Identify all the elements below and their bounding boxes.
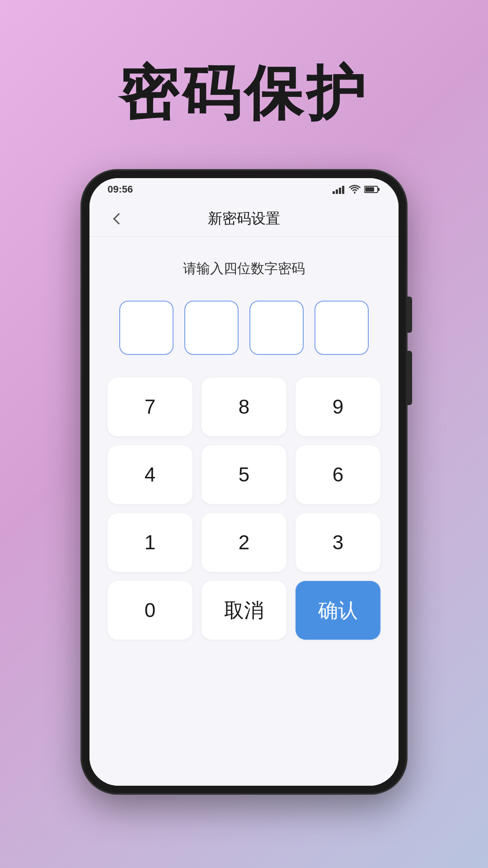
key-8[interactable]: 8 [202,377,286,436]
status-icons [333,185,380,194]
svg-rect-5 [378,188,380,191]
key-1[interactable]: 1 [108,513,192,572]
phone-frame: 09:56 [81,170,407,794]
svg-rect-0 [333,191,335,194]
instruction-text: 请输入四位数字密码 [183,259,305,278]
numpad-row-4: 0 取消 确认 [108,581,380,640]
key-9[interactable]: 9 [296,377,380,436]
key-2[interactable]: 2 [202,513,286,572]
battery-icon [364,185,380,193]
numpad-row-3: 1 2 3 [108,513,380,572]
key-6[interactable]: 6 [296,445,380,504]
key-0[interactable]: 0 [108,581,192,640]
numpad-row-2: 4 5 6 [108,445,380,504]
pin-box-4[interactable] [314,301,369,355]
signal-icon [333,185,345,194]
svg-rect-6 [365,187,374,192]
back-chevron-icon [113,213,124,224]
status-bar: 09:56 [89,178,399,201]
cancel-button[interactable]: 取消 [202,581,286,640]
confirm-button[interactable]: 确认 [296,581,380,640]
svg-rect-2 [339,188,341,194]
status-time: 09:56 [108,184,133,195]
pin-box-2[interactable] [184,301,239,355]
key-3[interactable]: 3 [296,513,380,572]
pin-box-3[interactable] [249,301,304,355]
back-button[interactable] [108,208,130,230]
phone-mockup: 09:56 [81,170,407,794]
numpad: 7 8 9 4 5 6 1 2 3 [108,377,380,640]
key-4[interactable]: 4 [108,445,192,504]
svg-rect-1 [336,189,338,194]
pin-input-container [119,301,369,355]
wifi-icon [349,185,361,194]
nav-bar: 新密码设置 [89,201,399,237]
pin-box-1[interactable] [119,301,174,355]
content-area: 请输入四位数字密码 7 8 9 [89,237,399,786]
phone-screen: 09:56 [89,178,399,786]
key-7[interactable]: 7 [108,377,192,436]
svg-rect-3 [342,186,344,194]
nav-title: 新密码设置 [208,209,280,229]
page-title: 密码保护 [119,54,369,134]
numpad-row-1: 7 8 9 [108,377,380,436]
key-5[interactable]: 5 [202,445,286,504]
